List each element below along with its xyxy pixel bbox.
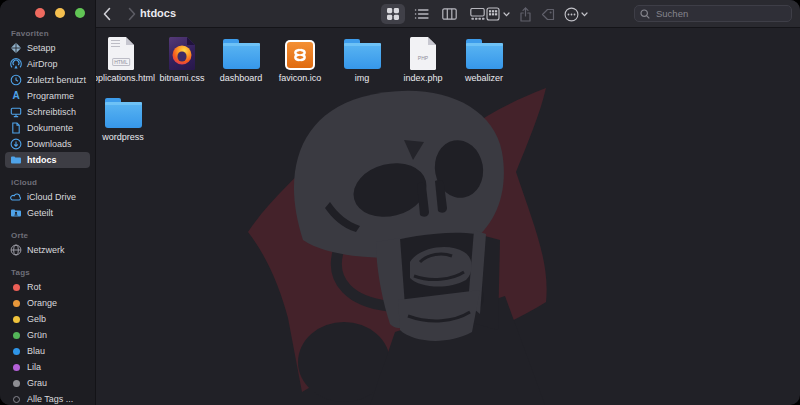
share-button[interactable]: [519, 7, 532, 22]
airdrop-icon: [10, 58, 22, 70]
file-name: img: [329, 73, 395, 83]
sidebar-item-label: Programme: [27, 91, 74, 101]
search-field: [634, 5, 792, 22]
sidebar-item-label: Setapp: [27, 43, 56, 53]
sidebar-item-label: Lila: [27, 362, 41, 372]
sidebar-item-label: Geteilt: [27, 208, 53, 218]
setapp-icon: [10, 42, 22, 54]
file-name: favicon.ico: [267, 73, 333, 83]
firefox-logo-icon: [173, 46, 192, 65]
sidebar-item-airdrop[interactable]: AirDrop: [5, 56, 90, 72]
tag-dot-orange: [13, 300, 20, 307]
sidebar-item-label: Zuletzt benutzt: [27, 75, 86, 85]
sidebar-item-label: Blau: [27, 346, 45, 356]
section-header-orte: Orte: [11, 231, 95, 240]
sidebar-item-icloud-drive[interactable]: iCloud Drive: [5, 189, 90, 205]
tag-button[interactable]: [541, 8, 555, 21]
sidebar-item-label: AirDrop: [27, 59, 58, 69]
sidebar-item-zuletzt-benutzt[interactable]: Zuletzt benutzt: [5, 72, 90, 88]
sidebar: Favoriten Setapp AirDrop Zuletzt benutzt…: [0, 0, 96, 405]
grid-view-button[interactable]: [381, 4, 405, 24]
sidebar-item-htdocs[interactable]: htdocs: [5, 152, 90, 168]
chevron-down-icon: [503, 12, 510, 17]
zoom-button[interactable]: [75, 8, 85, 18]
sidebar-item-label: Schreibtisch: [27, 107, 76, 117]
css-file-firefox-icon: [169, 37, 195, 70]
search-input[interactable]: [654, 7, 786, 20]
file-name: dashboard: [208, 73, 274, 83]
sidebar-item-programme[interactable]: A Programme: [5, 88, 90, 104]
sidebar-item-downloads[interactable]: Downloads: [5, 136, 90, 152]
list-view-button[interactable]: [409, 4, 433, 24]
sidebar-item-tag-orange[interactable]: Orange: [5, 295, 90, 311]
window-title: htdocs: [140, 0, 176, 27]
sidebar-item-tag-gelb[interactable]: Gelb: [5, 311, 90, 327]
sidebar-item-setapp[interactable]: Setapp: [5, 40, 90, 56]
file-bitnami-css[interactable]: bitnami.css: [149, 33, 215, 83]
folder-img[interactable]: img: [329, 33, 395, 83]
sidebar-item-tag-grau[interactable]: Grau: [5, 375, 90, 391]
group-button[interactable]: [486, 7, 510, 21]
sidebar-item-geteilt[interactable]: Geteilt: [5, 205, 90, 221]
sidebar-item-netzwerk[interactable]: Netzwerk: [5, 242, 90, 258]
minimize-button[interactable]: [55, 8, 65, 18]
document-icon: [10, 122, 22, 134]
nav-buttons: [99, 0, 140, 28]
sidebar-item-label: Rot: [27, 282, 41, 292]
file-applications-html[interactable]: HTML applications.html: [88, 33, 154, 83]
chevron-down-icon: [581, 12, 588, 17]
sidebar-item-dokumente[interactable]: Dokumente: [5, 120, 90, 136]
tag-dot-yellow: [13, 316, 20, 323]
sidebar-item-tag-lila[interactable]: Lila: [5, 359, 90, 375]
file-index-php[interactable]: PHP index.php: [390, 33, 456, 83]
sidebar-item-label: Grau: [27, 378, 47, 388]
file-name: applications.html: [88, 73, 154, 83]
folder-icon: [466, 43, 503, 69]
globe-icon: [10, 244, 22, 256]
folder-icon: [344, 43, 381, 69]
all-tags-icon: [13, 396, 20, 403]
section-header-favoriten: Favoriten: [11, 29, 95, 38]
folder-icon: [105, 102, 142, 128]
file-name: webalizer: [451, 73, 517, 83]
sidebar-item-schreibtisch[interactable]: Schreibtisch: [5, 104, 90, 120]
sidebar-item-label: iCloud Drive: [27, 192, 76, 202]
sidebar-item-label: Alle Tags ...: [27, 394, 73, 404]
section-header-tags: Tags: [11, 268, 95, 277]
file-name: index.php: [390, 73, 456, 83]
clock-icon: [10, 74, 22, 86]
sidebar-item-tag-gruen[interactable]: Grün: [5, 327, 90, 343]
file-name: wordpress: [90, 132, 156, 142]
toolbar: htdocs: [96, 0, 800, 28]
back-button[interactable]: [99, 6, 115, 22]
finder-window: Favoriten Setapp AirDrop Zuletzt benutzt…: [0, 0, 800, 405]
tag-dot-purple: [13, 364, 20, 371]
section-header-icloud: iCloud: [11, 178, 95, 187]
tag-dot-red: [13, 284, 20, 291]
sidebar-item-tag-blau[interactable]: Blau: [5, 343, 90, 359]
file-favicon-ico[interactable]: favicon.ico: [267, 33, 333, 83]
sidebar-item-alle-tags[interactable]: Alle Tags ...: [5, 391, 90, 405]
html-file-icon: HTML: [108, 37, 134, 70]
folder-icon: [223, 43, 260, 69]
folder-webalizer[interactable]: webalizer: [451, 33, 517, 83]
close-button[interactable]: [35, 8, 45, 18]
folder-wordpress[interactable]: wordpress: [90, 92, 156, 142]
sidebar-item-label: htdocs: [27, 155, 57, 165]
sidebar-item-label: Orange: [27, 298, 57, 308]
more-button[interactable]: [564, 7, 588, 22]
sidebar-item-tag-rot[interactable]: Rot: [5, 279, 90, 295]
xampp-icon: [285, 40, 315, 70]
tag-dot-blue: [13, 348, 20, 355]
tag-dot-green: [13, 332, 20, 339]
forward-button[interactable]: [124, 6, 140, 22]
columns-view-button[interactable]: [437, 4, 461, 24]
cloud-icon: [10, 191, 22, 203]
folder-dashboard[interactable]: dashboard: [208, 33, 274, 83]
traffic-lights: [0, 0, 95, 26]
desktop-icon: [10, 106, 22, 118]
toolbar-actions: [486, 4, 597, 24]
shared-folder-icon: [10, 207, 22, 219]
sidebar-item-label: Downloads: [27, 139, 72, 149]
sidebar-item-label: Dokumente: [27, 123, 73, 133]
